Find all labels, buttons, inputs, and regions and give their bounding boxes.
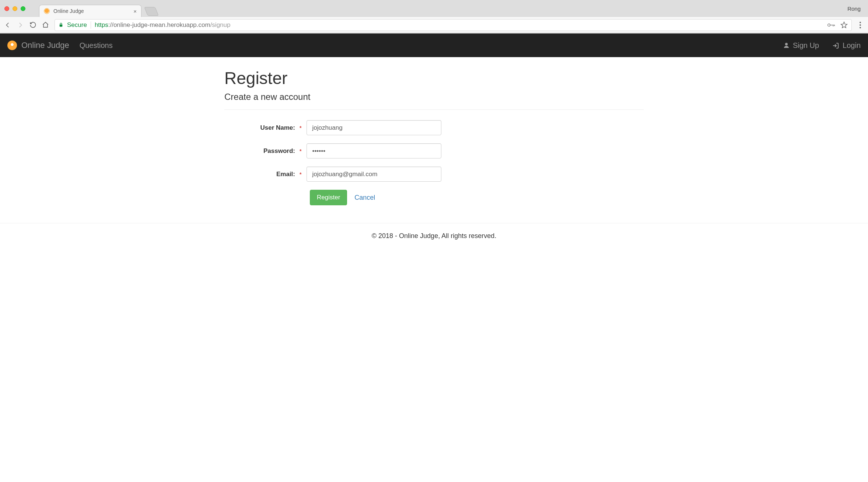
footer: © 2018 - Online Judge, All rights reserv… bbox=[0, 223, 868, 249]
toolbar: Secure https://online-judge-mean.herokua… bbox=[0, 17, 868, 33]
tab-close-icon[interactable]: × bbox=[133, 8, 137, 14]
label-email: Email: bbox=[224, 171, 298, 178]
omnibox-separator bbox=[91, 21, 91, 29]
nav-login[interactable]: Login bbox=[832, 41, 861, 50]
url-host: ://online-judge-mean.herokuapp.com bbox=[108, 21, 210, 28]
form-actions: Register Cancel bbox=[310, 190, 644, 205]
chrome-menu-icon[interactable] bbox=[857, 22, 864, 28]
page-subtitle: Create a new account bbox=[224, 92, 644, 102]
reload-icon[interactable] bbox=[29, 21, 37, 28]
tab-favicon-icon bbox=[44, 8, 50, 14]
window-zoom-icon[interactable] bbox=[21, 6, 25, 11]
required-marker: * bbox=[300, 171, 301, 177]
key-icon[interactable] bbox=[827, 22, 835, 28]
tab-title: Online Judge bbox=[53, 8, 84, 14]
forward-icon bbox=[17, 22, 24, 28]
back-icon[interactable] bbox=[4, 22, 12, 28]
address-bar[interactable]: Secure https://online-judge-mean.herokua… bbox=[55, 19, 852, 31]
row-password: Password: * bbox=[224, 143, 644, 158]
home-icon[interactable] bbox=[42, 21, 49, 28]
new-tab-button[interactable] bbox=[144, 7, 159, 16]
url-scheme: https bbox=[95, 21, 108, 28]
svg-point-1 bbox=[828, 24, 830, 26]
label-password: Password: bbox=[224, 147, 298, 155]
window-close-icon[interactable] bbox=[4, 6, 9, 11]
login-icon bbox=[832, 42, 839, 49]
user-icon bbox=[783, 42, 790, 49]
cancel-link[interactable]: Cancel bbox=[354, 194, 375, 202]
email-input[interactable] bbox=[307, 167, 441, 182]
brand-logo-icon bbox=[7, 41, 17, 50]
label-username: User Name: bbox=[224, 124, 298, 132]
url-text: https://online-judge-mean.herokuapp.com/… bbox=[95, 21, 231, 29]
page-container: Register Create a new account User Name:… bbox=[218, 57, 650, 205]
window-titlebar: Online Judge × Rong bbox=[0, 0, 868, 17]
window-minimize-icon[interactable] bbox=[13, 6, 17, 11]
url-path: /signup bbox=[210, 21, 231, 28]
row-username: User Name: * bbox=[224, 120, 644, 135]
browser-tab-active[interactable]: Online Judge × bbox=[39, 5, 141, 17]
username-input[interactable] bbox=[307, 120, 441, 135]
register-button[interactable]: Register bbox=[310, 190, 347, 205]
nav-login-label: Login bbox=[843, 41, 861, 50]
chrome-profile-name[interactable]: Rong bbox=[847, 6, 864, 12]
secure-label: Secure bbox=[67, 21, 87, 29]
nav-sign-up[interactable]: Sign Up bbox=[783, 41, 819, 50]
brand[interactable]: Online Judge bbox=[7, 41, 69, 50]
svg-rect-0 bbox=[60, 24, 63, 27]
lock-icon bbox=[59, 22, 63, 28]
app-navbar: Online Judge Questions Sign Up Login bbox=[0, 34, 868, 57]
tab-strip: Online Judge × bbox=[39, 0, 157, 17]
password-input[interactable] bbox=[307, 143, 441, 158]
nav-sign-up-label: Sign Up bbox=[793, 41, 819, 50]
required-marker: * bbox=[300, 148, 301, 154]
required-marker: * bbox=[300, 125, 301, 131]
nav-questions[interactable]: Questions bbox=[80, 41, 113, 50]
svg-marker-5 bbox=[841, 22, 847, 28]
svg-point-6 bbox=[785, 43, 788, 45]
star-icon[interactable] bbox=[840, 21, 848, 29]
row-email: Email: * bbox=[224, 167, 644, 182]
divider bbox=[224, 109, 644, 110]
page-title: Register bbox=[224, 68, 644, 88]
window-controls bbox=[4, 6, 25, 11]
browser-chrome: Online Judge × Rong Secure https://o bbox=[0, 0, 868, 34]
brand-text: Online Judge bbox=[21, 41, 69, 50]
footer-text: © 2018 - Online Judge, All rights reserv… bbox=[372, 232, 496, 240]
